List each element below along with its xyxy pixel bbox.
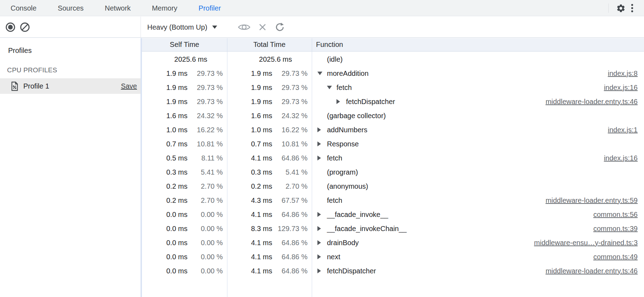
self-time-cell: 1.9 ms29.73 % — [142, 80, 227, 95]
source-location-link[interactable]: middleware-loader.entry.ts:46 — [545, 98, 638, 106]
expand-arrow-icon[interactable] — [317, 254, 327, 259]
tab-memory[interactable]: Memory — [141, 0, 188, 16]
self-time-cell: 0.3 ms5.41 % — [142, 165, 227, 179]
table-row[interactable]: 0.5 ms8.11 %4.1 ms64.86 %fetchindex.js:1… — [142, 151, 644, 165]
self-time-percent: 5.41 % — [187, 168, 227, 176]
self-time-cell: 2025.6 ms — [142, 52, 227, 66]
self-time-cell: 1.6 ms24.32 % — [142, 109, 227, 123]
settings-gear-icon[interactable] — [614, 2, 627, 14]
self-time-percent: 0.00 % — [187, 211, 227, 219]
total-time-percent: 129.73 % — [272, 225, 312, 233]
tab-profiler[interactable]: Profiler — [188, 0, 231, 16]
expand-arrow-icon[interactable] — [317, 240, 327, 245]
exclude-function-button[interactable] — [258, 23, 267, 31]
triangle-right-icon — [317, 156, 321, 160]
triangle-right-icon — [317, 240, 321, 245]
function-cell: (program) — [312, 165, 644, 179]
clear-profiles-button[interactable] — [20, 22, 30, 32]
triangle-right-icon — [317, 141, 321, 146]
panel-tabs: ConsoleSourcesNetworkMemoryProfiler — [0, 0, 232, 16]
total-time-value: 1.9 ms — [251, 98, 272, 106]
expand-arrow-icon[interactable] — [317, 226, 327, 231]
table-row[interactable]: 2025.6 ms2025.6 ms(idle) — [142, 52, 644, 66]
expand-arrow-icon[interactable] — [317, 268, 327, 273]
profiles-heading: Profiles — [8, 47, 32, 55]
self-time-percent: 8.11 % — [187, 154, 227, 162]
table-row[interactable]: 0.0 ms0.00 %8.3 ms129.73 %__facade_invok… — [142, 222, 644, 236]
table-row[interactable]: 1.0 ms16.22 %1.0 ms16.22 %addNumbersinde… — [142, 123, 644, 137]
column-header-self-time[interactable]: Self Time — [142, 41, 227, 49]
triangle-right-icon — [317, 254, 321, 259]
total-time-value: 8.3 ms — [251, 225, 272, 233]
function-cell: __facade_invokeChain__common.ts:39 — [312, 222, 644, 236]
table-row[interactable]: 1.9 ms29.73 %1.9 ms29.73 %moreAdditionin… — [142, 66, 644, 80]
function-name: fetch — [327, 196, 342, 205]
table-row[interactable]: 0.2 ms2.70 %4.3 ms67.57 %fetchmiddleware… — [142, 193, 644, 207]
self-time-cell: 0.5 ms8.11 % — [142, 151, 227, 165]
expand-arrow-icon[interactable] — [317, 72, 327, 75]
self-time-percent: 29.73 % — [187, 98, 227, 106]
save-profile-link[interactable]: Save — [121, 82, 137, 90]
total-time-cell: 0.7 ms10.81 % — [227, 137, 312, 151]
expand-arrow-icon[interactable] — [317, 127, 327, 132]
function-name: fetchDispatcher — [346, 98, 395, 106]
source-location-link[interactable]: middleware-ensu…y-drained.ts:3 — [534, 239, 638, 247]
profiler-toolbar-left — [0, 17, 141, 37]
profile-list-item[interactable]: Profile 1Save — [0, 78, 141, 94]
record-button[interactable] — [5, 22, 16, 32]
restore-all-functions-button[interactable] — [275, 22, 285, 32]
total-time-cell: 0.3 ms5.41 % — [227, 165, 312, 179]
total-time-cell: 0.2 ms2.70 % — [227, 179, 312, 193]
tab-sources[interactable]: Sources — [47, 0, 94, 16]
triangle-right-icon — [336, 99, 340, 104]
self-time-cell: 0.0 ms0.00 % — [142, 264, 227, 278]
table-row[interactable]: 0.0 ms0.00 %4.1 ms64.86 %fetchDispatcher… — [142, 264, 644, 278]
focus-function-button[interactable] — [238, 23, 251, 32]
source-location-link[interactable]: index.js:8 — [608, 69, 638, 78]
expand-arrow-icon[interactable] — [317, 141, 327, 146]
expand-arrow-icon[interactable] — [336, 99, 346, 104]
triangle-down-icon — [327, 86, 332, 89]
expand-arrow-icon[interactable] — [317, 212, 327, 217]
expand-arrow-icon[interactable] — [317, 156, 327, 160]
view-mode-label: Heavy (Bottom Up) — [147, 23, 207, 31]
source-location-link[interactable]: common.ts:49 — [593, 253, 638, 261]
table-row[interactable]: 0.0 ms0.00 %4.1 ms64.86 %nextcommon.ts:4… — [142, 250, 644, 264]
table-row[interactable]: 0.3 ms5.41 %0.3 ms5.41 %(program) — [142, 165, 644, 179]
table-row[interactable]: 0.2 ms2.70 %0.2 ms2.70 %(anonymous) — [142, 179, 644, 193]
table-row[interactable]: 1.6 ms24.32 %1.6 ms24.32 %(garbage colle… — [142, 109, 644, 123]
self-time-value: 0.5 ms — [166, 154, 187, 162]
view-mode-select[interactable]: Heavy (Bottom Up) — [147, 23, 217, 31]
source-location-link[interactable]: middleware-loader.entry.ts:46 — [545, 267, 638, 275]
column-header-total-time[interactable]: Total Time — [227, 41, 312, 49]
triangle-right-icon — [317, 268, 321, 273]
source-location-link[interactable]: middleware-loader.entry.ts:59 — [545, 196, 638, 205]
function-cell: moreAdditionindex.js:8 — [312, 66, 644, 80]
tab-network[interactable]: Network — [94, 0, 141, 16]
function-cell: drainBodymiddleware-ensu…y-drained.ts:3 — [312, 236, 644, 250]
self-time-percent: 0.00 % — [187, 253, 227, 261]
table-row[interactable]: 1.9 ms29.73 %1.9 ms29.73 %fetchDispatche… — [142, 95, 644, 109]
self-time-cell: 1.9 ms29.73 % — [142, 95, 227, 109]
table-row[interactable]: 1.9 ms29.73 %1.9 ms29.73 %fetchindex.js:… — [142, 80, 644, 95]
more-menu-kebab-icon[interactable] — [627, 2, 637, 14]
triangle-down-icon — [317, 72, 322, 75]
self-time-cell: 0.0 ms0.00 % — [142, 207, 227, 222]
source-location-link[interactable]: index.js:16 — [604, 84, 638, 92]
source-location-link[interactable]: common.ts:39 — [593, 225, 638, 233]
expand-arrow-icon[interactable] — [327, 86, 336, 89]
function-cell: fetchDispatchermiddleware-loader.entry.t… — [312, 264, 644, 278]
self-time-value: 0.2 ms — [166, 196, 187, 205]
function-name: __facade_invokeChain__ — [327, 225, 407, 233]
table-row[interactable]: 0.0 ms0.00 %4.1 ms64.86 %__facade_invoke… — [142, 207, 644, 222]
table-row[interactable]: 0.7 ms10.81 %0.7 ms10.81 %Response — [142, 137, 644, 151]
total-time-cell: 1.6 ms24.32 % — [227, 109, 312, 123]
column-header-function[interactable]: Function — [312, 41, 644, 49]
table-row[interactable]: 0.0 ms0.00 %4.1 ms64.86 %drainBodymiddle… — [142, 236, 644, 250]
tab-console[interactable]: Console — [0, 0, 47, 16]
source-location-link[interactable]: common.ts:56 — [593, 211, 638, 219]
source-location-link[interactable]: index.js:1 — [608, 126, 638, 134]
source-location-link[interactable]: index.js:16 — [604, 154, 638, 162]
total-time-value: 0.7 ms — [251, 140, 272, 148]
self-time-percent: 2.70 % — [187, 182, 227, 190]
